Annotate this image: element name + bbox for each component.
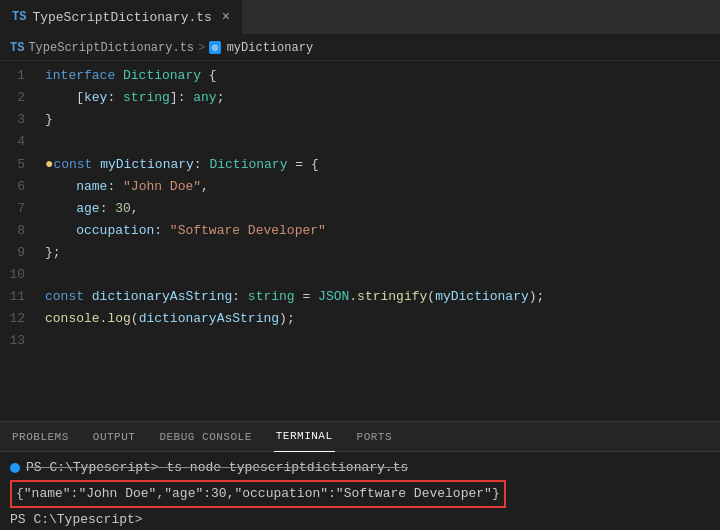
code-line: 10 — [0, 264, 720, 286]
panel-tab-terminal[interactable]: TERMINAL — [274, 422, 335, 452]
code-line: 6 name: "John Doe", — [0, 176, 720, 198]
token — [45, 179, 76, 194]
terminal-line-1: PS C:\Typescript> ts-node typescriptdict… — [10, 458, 710, 478]
tab-label: TypeScriptDictionary.ts — [32, 10, 211, 25]
token: { — [209, 68, 217, 83]
token: . — [349, 289, 357, 304]
line-content: age: 30, — [45, 198, 720, 220]
token: "Software Developer" — [170, 223, 326, 238]
panel-tab-ports[interactable]: PORTS — [355, 422, 395, 452]
close-tab-button[interactable]: × — [222, 9, 230, 25]
token: myDictionary — [435, 289, 529, 304]
token: JSON — [318, 289, 349, 304]
line-content: const dictionaryAsString: string = JSON.… — [45, 286, 720, 308]
ts-badge: TS — [12, 10, 26, 24]
line-number: 8 — [0, 220, 45, 242]
code-line: 12console.log(dictionaryAsString); — [0, 308, 720, 330]
code-line: 8 occupation: "Software Developer" — [0, 220, 720, 242]
token: : — [232, 289, 248, 304]
token: age — [76, 201, 99, 216]
token: string — [248, 289, 303, 304]
line-content: occupation: "Software Developer" — [45, 220, 720, 242]
line-number: 5 — [0, 154, 45, 176]
token: myDictionary — [100, 157, 194, 172]
terminal-output-box: {"name":"John Doe","age":30,"occupation"… — [10, 480, 506, 508]
token: 30 — [115, 201, 131, 216]
line-number: 3 — [0, 109, 45, 131]
breadcrumb-symbol: myDictionary — [227, 41, 313, 55]
line-content: name: "John Doe", — [45, 176, 720, 198]
token: name — [76, 179, 107, 194]
breadcrumb-symbol-icon: ◎ — [209, 41, 220, 54]
panel-tab-output[interactable]: OUTPUT — [91, 422, 138, 452]
token: : — [100, 201, 116, 216]
token: : — [154, 223, 170, 238]
token: console — [45, 311, 100, 326]
terminal-command: PS C:\Typescript> ts-node typescriptdict… — [26, 458, 408, 478]
terminal-line-3: PS C:\Typescript> — [10, 510, 710, 530]
line-number: 4 — [0, 131, 45, 153]
code-area: 1interface Dictionary {2 [key: string]: … — [0, 61, 720, 356]
token: , — [131, 201, 139, 216]
token: occupation — [76, 223, 154, 238]
terminal-content[interactable]: PS C:\Typescript> ts-node typescriptdict… — [0, 452, 720, 530]
token: : — [107, 179, 123, 194]
line-content: console.log(dictionaryAsString); — [45, 308, 720, 330]
token: ]: — [170, 90, 193, 105]
tab-bar: TS TypeScriptDictionary.ts × — [0, 0, 720, 35]
editor[interactable]: 1interface Dictionary {2 [key: string]: … — [0, 61, 720, 421]
line-content: }; — [45, 242, 720, 264]
line-content: interface Dictionary { — [45, 65, 720, 87]
line-content: [key: string]: any; — [45, 87, 720, 109]
code-line: 7 age: 30, — [0, 198, 720, 220]
token: = { — [295, 157, 318, 172]
panel-tab-problems[interactable]: PROBLEMS — [10, 422, 71, 452]
token: dictionaryAsString — [92, 289, 232, 304]
line-number: 11 — [0, 286, 45, 308]
line-number: 1 — [0, 65, 45, 87]
token: }; — [45, 245, 61, 260]
token: Dictionary — [123, 68, 209, 83]
token: = — [302, 289, 318, 304]
token — [45, 201, 76, 216]
token: [ — [45, 90, 84, 105]
token: : — [107, 90, 123, 105]
token: : — [194, 157, 210, 172]
line-number: 12 — [0, 308, 45, 330]
token: dictionaryAsString — [139, 311, 279, 326]
token: } — [45, 112, 53, 127]
code-line: 9}; — [0, 242, 720, 264]
token: interface — [45, 68, 123, 83]
breadcrumb-file: TypeScriptDictionary.ts — [28, 41, 194, 55]
breadcrumb-sep: > — [198, 41, 205, 55]
token: "John Doe" — [123, 179, 201, 194]
line-number: 9 — [0, 242, 45, 264]
editor-tab[interactable]: TS TypeScriptDictionary.ts × — [0, 0, 243, 35]
token: , — [201, 179, 209, 194]
token: const — [45, 289, 92, 304]
line-content: ●const myDictionary: Dictionary = { — [45, 153, 720, 176]
breadcrumb-ts-badge: TS — [10, 41, 24, 55]
token: string — [123, 90, 170, 105]
token: any — [193, 90, 216, 105]
token: key — [84, 90, 107, 105]
bottom-panel: PROBLEMSOUTPUTDEBUG CONSOLETERMINALPORTS… — [0, 421, 720, 530]
line-number: 10 — [0, 264, 45, 286]
token: stringify — [357, 289, 427, 304]
line-number: 2 — [0, 87, 45, 109]
token: Dictionary — [209, 157, 295, 172]
line-content: } — [45, 109, 720, 131]
code-line: 4 — [0, 131, 720, 153]
code-line: 11const dictionaryAsString: string = JSO… — [0, 286, 720, 308]
terminal-output-line: {"name":"John Doe","age":30,"occupation"… — [10, 478, 710, 510]
token: log — [107, 311, 130, 326]
code-line: 13 — [0, 330, 720, 352]
terminal-dot — [10, 463, 20, 473]
code-line: 1interface Dictionary { — [0, 65, 720, 87]
code-line: 2 [key: string]: any; — [0, 87, 720, 109]
panel-tab-debug-console[interactable]: DEBUG CONSOLE — [157, 422, 253, 452]
token: ( — [131, 311, 139, 326]
line-number: 13 — [0, 330, 45, 352]
token: ; — [217, 90, 225, 105]
token — [45, 223, 76, 238]
